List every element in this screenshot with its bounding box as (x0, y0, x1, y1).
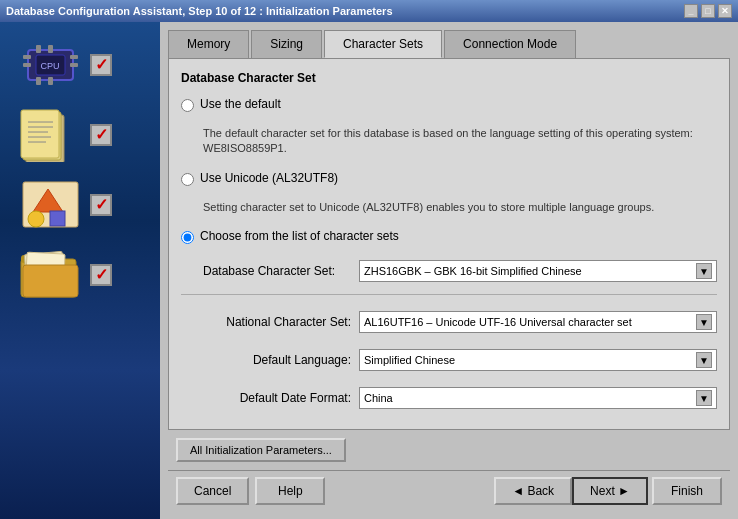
national-charset-row: National Character Set: AL16UTF16 – Unic… (181, 311, 717, 333)
title-bar: Database Configuration Assistant, Step 1… (0, 0, 738, 22)
close-button[interactable]: ✕ (718, 4, 732, 18)
tab-memory[interactable]: Memory (168, 30, 249, 58)
init-params-button[interactable]: All Initialization Parameters... (176, 438, 346, 462)
maximize-button[interactable]: □ (701, 4, 715, 18)
back-arrow: ◄ (512, 484, 524, 498)
svg-rect-22 (50, 211, 65, 226)
footer-left-buttons: Cancel Help (176, 477, 325, 505)
db-charset-label: Database Character Set: (203, 264, 351, 278)
tab-sizing[interactable]: Sizing (251, 30, 322, 58)
tab-bar: Memory Sizing Character Sets Connection … (168, 30, 730, 58)
svg-rect-7 (36, 77, 41, 85)
database-icon (15, 107, 85, 162)
db-charset-arrow[interactable]: ▼ (696, 263, 712, 279)
step-1-check: ✓ (90, 54, 112, 76)
default-date-format-dropdown[interactable]: China ▼ (359, 387, 717, 409)
step-2-check: ✓ (90, 124, 112, 146)
chip-icon: CPU (15, 37, 85, 92)
default-date-format-label: Default Date Format: (181, 391, 351, 405)
db-charset-value: ZHS16GBK – GBK 16-bit Simplified Chinese (364, 265, 582, 277)
window-controls[interactable]: _ □ ✕ (684, 4, 732, 18)
svg-rect-5 (36, 45, 41, 53)
default-language-dropdown[interactable]: Simplified Chinese ▼ (359, 349, 717, 371)
sidebar-step-1: CPU ✓ (15, 37, 145, 92)
shapes-icon (15, 177, 85, 232)
back-button[interactable]: ◄ Back (494, 477, 572, 505)
main-panel: Database Character Set Use the default T… (168, 58, 730, 430)
sidebar-step-4: ✓ (15, 247, 145, 302)
option-choose: Choose from the list of character sets (181, 229, 717, 244)
db-charset-row: Database Character Set: ZHS16GBK – GBK 1… (203, 260, 717, 282)
svg-rect-2 (23, 63, 31, 67)
panel-title: Database Character Set (181, 71, 717, 85)
sidebar: CPU ✓ (0, 22, 160, 519)
svg-rect-4 (70, 63, 78, 67)
default-language-value: Simplified Chinese (364, 354, 455, 366)
option-unicode: Use Unicode (AL32UTF8) (181, 171, 717, 186)
svg-text:CPU: CPU (40, 61, 59, 71)
step-3-check: ✓ (90, 194, 112, 216)
finish-button[interactable]: Finish (652, 477, 722, 505)
default-date-format-row: Default Date Format: China ▼ (181, 387, 717, 409)
step-4-check: ✓ (90, 264, 112, 286)
radio-unicode[interactable] (181, 173, 194, 186)
svg-rect-1 (23, 55, 31, 59)
sidebar-step-3: ✓ (15, 177, 145, 232)
svg-point-21 (28, 211, 44, 227)
svg-rect-27 (23, 265, 78, 297)
folder-icon (15, 247, 85, 302)
radio-choose[interactable] (181, 231, 194, 244)
national-charset-arrow[interactable]: ▼ (696, 314, 712, 330)
cancel-button[interactable]: Cancel (176, 477, 249, 505)
nav-buttons: ◄ Back Next ► Finish (494, 477, 722, 505)
content-area: Memory Sizing Character Sets Connection … (160, 22, 738, 519)
tab-character-sets[interactable]: Character Sets (324, 30, 442, 58)
back-next-group: ◄ Back Next ► (494, 477, 648, 505)
svg-rect-3 (70, 55, 78, 59)
national-charset-label: National Character Set: (181, 315, 351, 329)
bottom-bar: All Initialization Parameters... (168, 430, 730, 470)
option-default: Use the default (181, 97, 717, 112)
option-default-desc: The default character set for this datab… (203, 126, 717, 157)
national-charset-value: AL16UTF16 – Unicode UTF-16 Universal cha… (364, 316, 632, 328)
default-language-label: Default Language: (181, 353, 351, 367)
option-unicode-desc: Setting character set to Unicode (AL32UT… (203, 200, 717, 215)
radio-unicode-label[interactable]: Use Unicode (AL32UTF8) (200, 171, 338, 185)
default-language-arrow[interactable]: ▼ (696, 352, 712, 368)
next-button[interactable]: Next ► (572, 477, 648, 505)
sidebar-step-2: ✓ (15, 107, 145, 162)
default-date-format-arrow[interactable]: ▼ (696, 390, 712, 406)
svg-rect-6 (48, 45, 53, 53)
radio-default-label[interactable]: Use the default (200, 97, 281, 111)
minimize-button[interactable]: _ (684, 4, 698, 18)
separator-1 (181, 294, 717, 295)
default-language-row: Default Language: Simplified Chinese ▼ (181, 349, 717, 371)
db-charset-dropdown[interactable]: ZHS16GBK – GBK 16-bit Simplified Chinese… (359, 260, 717, 282)
next-arrow: ► (618, 484, 630, 498)
radio-default[interactable] (181, 99, 194, 112)
tab-connection-mode[interactable]: Connection Mode (444, 30, 576, 58)
window-title: Database Configuration Assistant, Step 1… (6, 5, 393, 17)
default-date-format-value: China (364, 392, 393, 404)
help-button[interactable]: Help (255, 477, 325, 505)
svg-rect-13 (21, 110, 59, 158)
footer-bar: Cancel Help ◄ Back Next ► (168, 470, 730, 511)
radio-choose-label[interactable]: Choose from the list of character sets (200, 229, 399, 243)
national-charset-dropdown[interactable]: AL16UTF16 – Unicode UTF-16 Universal cha… (359, 311, 717, 333)
svg-rect-8 (48, 77, 53, 85)
